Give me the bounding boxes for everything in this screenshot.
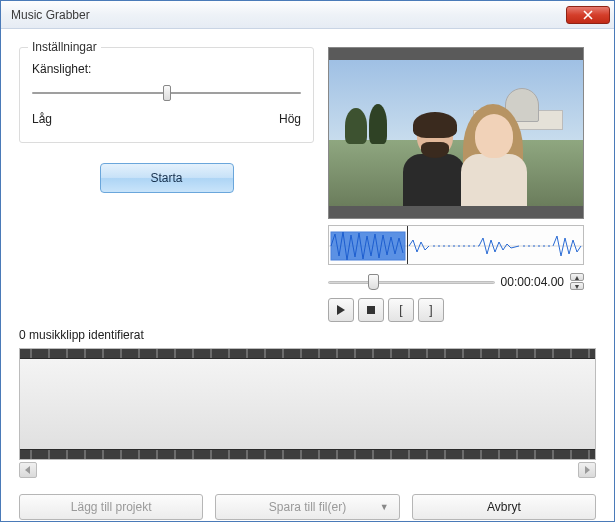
- identified-count: 0 musikklipp identifierat: [19, 328, 596, 342]
- mark-in-button[interactable]: [: [388, 298, 414, 322]
- waveform-playhead[interactable]: [407, 226, 408, 264]
- start-button[interactable]: Starta: [100, 163, 234, 193]
- cancel-label: Avbryt: [487, 500, 521, 514]
- cancel-button[interactable]: Avbryt: [412, 494, 596, 520]
- seek-thumb[interactable]: [368, 274, 379, 290]
- scroll-left-button[interactable]: [19, 462, 37, 478]
- chevron-left-icon: [24, 466, 32, 474]
- settings-legend: Inställningar: [28, 40, 101, 54]
- waveform[interactable]: [328, 225, 584, 265]
- dropdown-caret-icon: ▼: [380, 502, 389, 512]
- save-to-files-button: Spara till fil(er) ▼: [215, 494, 399, 520]
- svg-rect-3: [367, 306, 375, 314]
- window-title: Music Grabber: [11, 8, 566, 22]
- bracket-close-icon: ]: [429, 303, 432, 317]
- play-button[interactable]: [328, 298, 354, 322]
- video-preview: [328, 47, 584, 219]
- titlebar: Music Grabber: [1, 1, 614, 29]
- slider-thumb[interactable]: [163, 85, 171, 101]
- slider-low-label: Låg: [32, 112, 52, 126]
- sensitivity-slider[interactable]: [32, 84, 301, 100]
- sensitivity-label: Känslighet:: [32, 62, 301, 76]
- timecode: 00:00:04.00: [501, 275, 564, 289]
- mark-out-button[interactable]: ]: [418, 298, 444, 322]
- close-button[interactable]: [566, 6, 610, 24]
- svg-marker-5: [585, 466, 590, 474]
- play-icon: [336, 305, 346, 315]
- stop-button[interactable]: [358, 298, 384, 322]
- add-to-project-button: Lägg till projekt: [19, 494, 203, 520]
- seek-slider[interactable]: [328, 275, 495, 289]
- bracket-open-icon: [: [399, 303, 402, 317]
- clip-strip: [19, 348, 596, 460]
- time-step-down[interactable]: ▼: [570, 282, 584, 290]
- stop-icon: [366, 305, 376, 315]
- close-icon: [583, 10, 593, 20]
- time-step-up[interactable]: ▲: [570, 273, 584, 281]
- chevron-right-icon: [583, 466, 591, 474]
- save-to-files-label: Spara till fil(er): [269, 500, 346, 514]
- settings-group: Inställningar Känslighet: Låg Hög: [19, 47, 314, 143]
- scroll-right-button[interactable]: [578, 462, 596, 478]
- svg-marker-4: [25, 466, 30, 474]
- slider-high-label: Hög: [279, 112, 301, 126]
- svg-marker-2: [337, 305, 345, 315]
- add-to-project-label: Lägg till projekt: [71, 500, 152, 514]
